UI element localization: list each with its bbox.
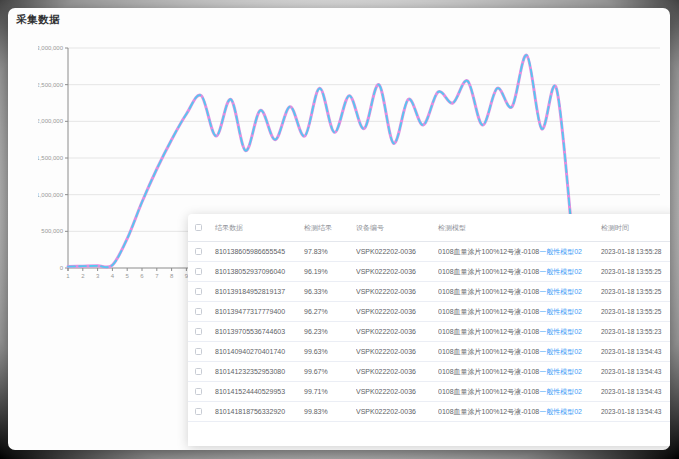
cell-detect-time: 2023-01-18 13:54:43 xyxy=(601,408,670,415)
cell-result-id: 810139477317779400 xyxy=(215,308,304,315)
x-axis-label: 4 xyxy=(111,273,115,279)
table-row[interactable]: 810141818756332920 99.83% VSPK022202-003… xyxy=(188,402,670,422)
y-axis-label: 0 xyxy=(60,265,64,271)
cell-device-id: VSPK022202-0036 xyxy=(356,408,438,415)
model-link[interactable]: 一般性模型02 xyxy=(539,408,582,415)
model-link[interactable]: 一般性模型02 xyxy=(539,248,582,255)
cell-result-id: 810141232352953080 xyxy=(215,368,304,375)
model-link[interactable]: 一般性模型02 xyxy=(539,348,582,355)
cell-result-percent: 99.83% xyxy=(304,408,356,415)
y-axis-label: 500,000 xyxy=(41,228,63,234)
col-header-time: 检测时间 xyxy=(601,223,670,233)
cell-device-id: VSPK022202-0036 xyxy=(356,308,438,315)
col-header-result-data: 结果数据 xyxy=(215,223,304,233)
cell-result-percent: 96.19% xyxy=(304,268,356,275)
cell-result-id: 810140940270401740 xyxy=(215,348,304,355)
cell-model-info: 0108血量涂片100%12号液-0108一般性模型02 xyxy=(438,367,601,377)
table-row[interactable]: 810138605986655545 97.83% VSPK022202-003… xyxy=(188,242,670,262)
row-checkbox[interactable] xyxy=(195,268,202,275)
cell-device-id: VSPK022202-0036 xyxy=(356,268,438,275)
table-row[interactable]: 810138052937096040 96.19% VSPK022202-003… xyxy=(188,262,670,282)
cell-result-percent: 99.63% xyxy=(304,348,356,355)
x-axis-label: 7 xyxy=(155,273,159,279)
cell-detect-time: 2023-01-18 13:55:23 xyxy=(601,328,670,335)
y-axis-label: 1,500,000 xyxy=(38,155,64,161)
model-text: 0108血量涂片100%12号液-0108 xyxy=(438,308,539,315)
model-text: 0108血量涂片100%12号液-0108 xyxy=(438,328,539,335)
row-checkbox[interactable] xyxy=(195,288,202,295)
cell-result-id: 810139184952819137 xyxy=(215,288,304,295)
table-body: 810138605986655545 97.83% VSPK022202-003… xyxy=(188,242,670,422)
col-header-device: 设备编号 xyxy=(356,223,438,233)
model-text: 0108血量涂片100%12号液-0108 xyxy=(438,408,539,415)
cell-detect-time: 2023-01-18 13:54:43 xyxy=(601,348,670,355)
model-text: 0108血量涂片100%12号液-0108 xyxy=(438,248,539,255)
cell-device-id: VSPK022202-0036 xyxy=(356,328,438,335)
cell-device-id: VSPK022202-0036 xyxy=(356,388,438,395)
cell-result-percent: 97.83% xyxy=(304,248,356,255)
page-title: 采集数据 xyxy=(16,13,60,27)
y-axis-label: 1,000,000 xyxy=(38,192,64,198)
row-checkbox[interactable] xyxy=(195,328,202,335)
cell-device-id: VSPK022202-0036 xyxy=(356,348,438,355)
model-link[interactable]: 一般性模型02 xyxy=(539,388,582,395)
cell-model-info: 0108血量涂片100%12号液-0108一般性模型02 xyxy=(438,327,601,337)
row-checkbox[interactable] xyxy=(195,248,202,255)
row-checkbox[interactable] xyxy=(195,368,202,375)
cell-model-info: 0108血量涂片100%12号液-0108一般性模型02 xyxy=(438,247,601,257)
col-header-result: 检测结果 xyxy=(304,223,356,233)
x-axis-label: 6 xyxy=(140,273,144,279)
row-checkbox[interactable] xyxy=(195,388,202,395)
cell-result-percent: 96.27% xyxy=(304,308,356,315)
cell-model-info: 0108血量涂片100%12号液-0108一般性模型02 xyxy=(438,407,601,417)
model-link[interactable]: 一般性模型02 xyxy=(539,268,582,275)
table-row[interactable]: 810139705536744603 96.23% VSPK022202-003… xyxy=(188,322,670,342)
cell-result-percent: 99.67% xyxy=(304,368,356,375)
cell-detect-time: 2023-01-18 13:54:43 xyxy=(601,388,670,395)
cell-device-id: VSPK022202-0036 xyxy=(356,288,438,295)
y-axis-label: 2,500,000 xyxy=(38,82,64,88)
row-checkbox[interactable] xyxy=(195,308,202,315)
cell-detect-time: 2023-01-18 13:55:25 xyxy=(601,308,670,315)
cell-model-info: 0108血量涂片100%12号液-0108一般性模型02 xyxy=(438,307,601,317)
table-row[interactable]: 810139477317779400 96.27% VSPK022202-003… xyxy=(188,302,670,322)
x-axis-label: 2 xyxy=(81,273,85,279)
cell-device-id: VSPK022202-0036 xyxy=(356,248,438,255)
col-header-model: 检测模型 xyxy=(438,223,601,233)
table-row[interactable]: 810139184952819137 96.33% VSPK022202-003… xyxy=(188,282,670,302)
table-header-row: 结果数据 检测结果 设备编号 检测模型 检测时间 xyxy=(188,214,670,242)
model-text: 0108血量涂片100%12号液-0108 xyxy=(438,348,539,355)
model-link[interactable]: 一般性模型02 xyxy=(539,328,582,335)
table-row[interactable]: 810140940270401740 99.63% VSPK022202-003… xyxy=(188,342,670,362)
cell-result-id: 810139705536744603 xyxy=(215,328,304,335)
row-checkbox[interactable] xyxy=(195,408,202,415)
x-axis-label: 5 xyxy=(126,273,130,279)
table-row[interactable]: 810141232352953080 99.67% VSPK022202-003… xyxy=(188,362,670,382)
cell-result-percent: 99.71% xyxy=(304,388,356,395)
cell-result-percent: 96.23% xyxy=(304,328,356,335)
cell-model-info: 0108血量涂片100%12号液-0108一般性模型02 xyxy=(438,287,601,297)
cell-result-id: 810138052937096040 xyxy=(215,268,304,275)
row-checkbox[interactable] xyxy=(195,348,202,355)
cell-result-id: 810141524440529953 xyxy=(215,388,304,395)
y-axis-label: 2,000,000 xyxy=(38,118,64,124)
model-link[interactable]: 一般性模型02 xyxy=(539,308,582,315)
cell-result-percent: 96.33% xyxy=(304,288,356,295)
table-row[interactable]: 810141524440529953 99.71% VSPK022202-003… xyxy=(188,382,670,402)
cell-device-id: VSPK022202-0036 xyxy=(356,368,438,375)
app-window: 采集数据 3,000,0002,500,0002,000,0001,500,00… xyxy=(8,8,670,450)
cell-model-info: 0108血量涂片100%12号液-0108一般性模型02 xyxy=(438,347,601,357)
data-table-card: 结果数据 检测结果 设备编号 检测模型 检测时间 810138605986655… xyxy=(188,214,670,446)
model-text: 0108血量涂片100%12号液-0108 xyxy=(438,388,539,395)
x-axis-label: 8 xyxy=(170,273,174,279)
model-link[interactable]: 一般性模型02 xyxy=(539,288,582,295)
cell-result-id: 810141818756332920 xyxy=(215,408,304,415)
cell-model-info: 0108血量涂片100%12号液-0108一般性模型02 xyxy=(438,387,601,397)
x-axis-label: 1 xyxy=(66,273,70,279)
y-axis-label: 3,000,000 xyxy=(38,45,64,51)
cell-detect-time: 2023-01-18 13:55:28 xyxy=(601,248,670,255)
x-axis-label: 3 xyxy=(96,273,100,279)
cell-detect-time: 2023-01-18 13:55:25 xyxy=(601,288,670,295)
model-link[interactable]: 一般性模型02 xyxy=(539,368,582,375)
select-all-checkbox[interactable] xyxy=(195,224,202,231)
